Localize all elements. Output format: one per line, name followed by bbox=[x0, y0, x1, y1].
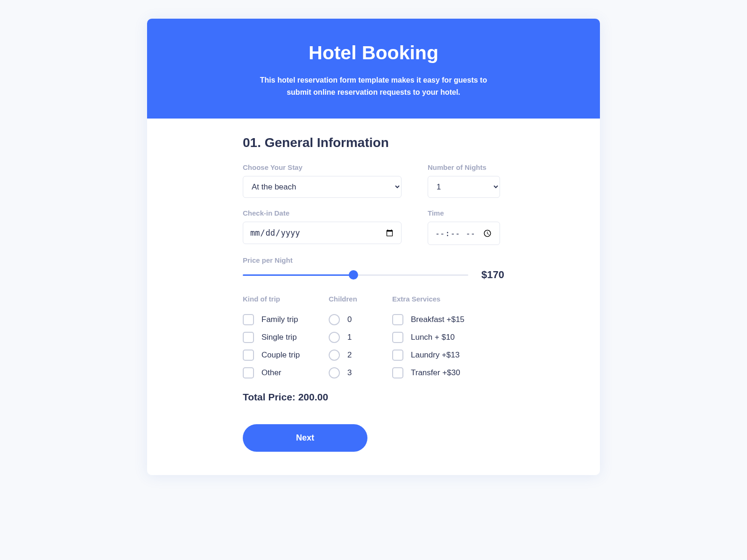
slider-thumb[interactable] bbox=[349, 270, 358, 280]
service-option-label: Breakfast +$15 bbox=[411, 315, 465, 324]
service-checkbox[interactable] bbox=[392, 314, 403, 325]
total-value: 200.00 bbox=[298, 392, 328, 402]
trip-option-label: Family trip bbox=[261, 315, 298, 324]
service-option-label: Laundry +$13 bbox=[411, 350, 459, 360]
trip-option-label: Couple trip bbox=[261, 350, 300, 360]
children-option-label: 2 bbox=[347, 350, 352, 360]
children-radio[interactable] bbox=[329, 332, 340, 343]
checkin-input[interactable] bbox=[243, 222, 402, 244]
page-subtitle: This hotel reservation form template mak… bbox=[252, 74, 495, 98]
trip-option-label: Single trip bbox=[261, 333, 297, 342]
children-radio[interactable] bbox=[329, 350, 340, 361]
next-button[interactable]: Next bbox=[243, 424, 367, 452]
page-title: Hotel Booking bbox=[161, 42, 586, 64]
trip-label: Kind of trip bbox=[243, 295, 312, 303]
stay-select[interactable]: At the beach bbox=[243, 176, 402, 198]
booking-card: Hotel Booking This hotel reservation for… bbox=[147, 19, 600, 475]
children-option-label: 0 bbox=[347, 315, 352, 324]
price-value: $170 bbox=[481, 269, 504, 281]
time-label: Time bbox=[428, 209, 500, 217]
nights-label: Number of Nights bbox=[428, 163, 500, 171]
service-checkbox[interactable] bbox=[392, 367, 403, 378]
service-checkbox[interactable] bbox=[392, 350, 403, 361]
services-label: Extra Services bbox=[392, 295, 504, 303]
time-input[interactable] bbox=[428, 222, 500, 245]
trip-checkbox[interactable] bbox=[243, 350, 254, 361]
header: Hotel Booking This hotel reservation for… bbox=[147, 19, 600, 119]
trip-checkbox[interactable] bbox=[243, 332, 254, 343]
trip-checkbox[interactable] bbox=[243, 367, 254, 378]
children-option-label: 3 bbox=[347, 368, 352, 378]
slider-fill bbox=[243, 274, 353, 276]
section-title: 01. General Information bbox=[243, 135, 504, 150]
price-slider[interactable] bbox=[243, 269, 468, 280]
nights-select[interactable]: 1 bbox=[428, 176, 500, 198]
children-option-label: 1 bbox=[347, 333, 352, 342]
children-radio[interactable] bbox=[329, 314, 340, 325]
children-label: Children bbox=[329, 295, 375, 303]
price-label: Price per Night bbox=[243, 256, 504, 264]
service-checkbox[interactable] bbox=[392, 332, 403, 343]
total-price: Total Price: 200.00 bbox=[243, 392, 504, 403]
total-label: Total Price: bbox=[243, 392, 296, 402]
stay-label: Choose Your Stay bbox=[243, 163, 402, 171]
service-option-label: Lunch + $10 bbox=[411, 333, 455, 342]
trip-option-label: Other bbox=[261, 368, 282, 378]
checkin-label: Check-in Date bbox=[243, 209, 402, 217]
service-option-label: Transfer +$30 bbox=[411, 368, 460, 378]
trip-checkbox[interactable] bbox=[243, 314, 254, 325]
form-body: 01. General Information Choose Your Stay… bbox=[243, 119, 504, 475]
children-radio[interactable] bbox=[329, 367, 340, 378]
